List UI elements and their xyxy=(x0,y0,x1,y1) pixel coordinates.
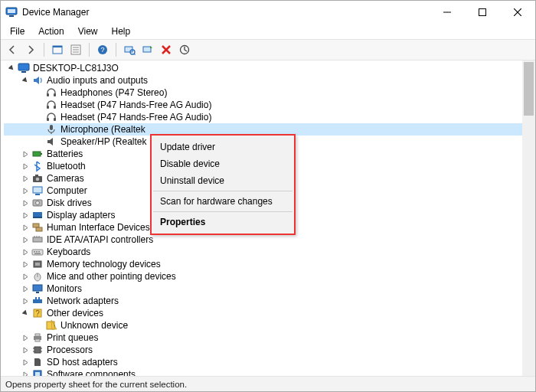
expander-closed-icon[interactable] xyxy=(21,162,30,171)
tree-root[interactable]: DESKTOP-LC81J3O xyxy=(4,62,522,74)
svg-rect-42 xyxy=(33,217,42,218)
expander-closed-icon[interactable] xyxy=(21,247,30,256)
other-devices-icon: ? xyxy=(31,307,44,319)
scan-button[interactable] xyxy=(121,41,138,58)
svg-text:!: ! xyxy=(54,323,55,330)
svg-text:?: ? xyxy=(100,46,104,54)
expander-closed-icon[interactable] xyxy=(21,186,30,195)
uninstall-toolbar-button[interactable] xyxy=(158,41,175,58)
category-sdhost[interactable]: SD host adapters xyxy=(4,356,522,368)
display-adapter-icon xyxy=(31,209,44,221)
headphones-icon xyxy=(45,111,57,123)
device-unknown[interactable]: ! Unknown device xyxy=(4,319,522,332)
device-headset-1[interactable]: Headset (P47 Hands-Free AG Audio) xyxy=(4,99,522,111)
category-label: Disk drives xyxy=(47,197,92,209)
show-hidden-button[interactable] xyxy=(49,41,66,58)
content-area: DESKTOP-LC81J3O Audio inputs and outputs… xyxy=(1,60,535,376)
svg-rect-33 xyxy=(41,153,42,155)
forward-button[interactable] xyxy=(22,41,39,58)
device-headset-2[interactable]: Headset (P47 Hands-Free AG Audio) xyxy=(4,111,522,123)
expander-open-icon[interactable] xyxy=(21,309,30,318)
vertical-scrollbar[interactable] xyxy=(522,60,535,376)
menu-file[interactable]: File xyxy=(4,24,31,38)
svg-rect-27 xyxy=(54,106,56,109)
ctx-properties[interactable]: Properties xyxy=(152,214,293,230)
expander-closed-icon[interactable] xyxy=(21,149,30,158)
expander-closed-icon[interactable] xyxy=(21,223,30,232)
expander-closed-icon[interactable] xyxy=(21,260,30,269)
maximize-button[interactable] xyxy=(465,1,500,24)
expander-closed-icon[interactable] xyxy=(21,345,30,354)
category-memory[interactable]: Memory technology devices xyxy=(4,258,522,270)
device-label: Headphones (P47 Stereo) xyxy=(60,87,167,99)
svg-rect-30 xyxy=(50,125,53,130)
svg-rect-50 xyxy=(34,251,35,253)
expander-closed-icon[interactable] xyxy=(21,174,30,183)
svg-rect-38 xyxy=(35,194,40,195)
headphones-icon xyxy=(45,99,57,111)
hid-icon xyxy=(31,221,44,234)
context-menu: Update driver Disable device Uninstall d… xyxy=(150,134,296,235)
category-software[interactable]: Software components xyxy=(4,368,522,376)
disable-toolbar-button[interactable] xyxy=(176,41,193,58)
status-text: Opens property sheet for the current sel… xyxy=(5,380,187,389)
expander-closed-icon[interactable] xyxy=(21,284,30,293)
svg-rect-68 xyxy=(35,334,40,336)
expander-closed-icon[interactable] xyxy=(21,211,30,220)
category-monitors[interactable]: Monitors xyxy=(4,283,522,295)
svg-rect-60 xyxy=(33,299,42,303)
svg-rect-29 xyxy=(54,118,56,121)
expander-closed-icon[interactable] xyxy=(21,296,30,305)
properties-toolbar-button[interactable] xyxy=(67,41,84,58)
menu-view[interactable]: View xyxy=(72,24,104,38)
device-headphones[interactable]: Headphones (P47 Stereo) xyxy=(4,87,522,99)
ctx-disable-device[interactable]: Disable device xyxy=(152,155,293,172)
category-processors[interactable]: Processors xyxy=(4,344,522,356)
expander-closed-icon[interactable] xyxy=(21,358,30,367)
camera-icon xyxy=(31,172,44,185)
expander-closed-icon[interactable] xyxy=(21,370,30,376)
category-label: Display adapters xyxy=(47,209,115,221)
expander-closed-icon[interactable] xyxy=(21,235,30,244)
menu-help[interactable]: Help xyxy=(106,24,137,38)
monitor-icon xyxy=(31,283,44,295)
expander-closed-icon[interactable] xyxy=(21,198,30,207)
category-label: Processors xyxy=(47,344,93,356)
category-label: Human Interface Devices xyxy=(47,221,150,234)
category-audio[interactable]: Audio inputs and outputs xyxy=(4,74,522,87)
svg-rect-45 xyxy=(33,237,42,242)
category-mice[interactable]: Mice and other pointing devices xyxy=(4,270,522,283)
help-button[interactable]: ? xyxy=(94,41,111,58)
ctx-uninstall-device[interactable]: Uninstall device xyxy=(152,172,293,189)
category-printqueues[interactable]: Print queues xyxy=(4,332,522,344)
back-button[interactable] xyxy=(4,41,21,58)
device-label: Headset (P47 Hands-Free AG Audio) xyxy=(60,111,211,123)
category-keyboards[interactable]: Keyboards xyxy=(4,246,522,258)
category-other[interactable]: ? Other devices xyxy=(4,307,522,319)
menu-action[interactable]: Action xyxy=(32,24,70,38)
category-ide[interactable]: IDE ATA/ATAPI controllers xyxy=(4,234,522,246)
svg-rect-24 xyxy=(47,93,49,96)
svg-rect-37 xyxy=(33,187,42,193)
minimize-button[interactable] xyxy=(430,1,465,24)
category-label: Bluetooth xyxy=(47,160,86,172)
svg-rect-52 xyxy=(38,251,40,253)
category-label: Computer xyxy=(47,185,87,197)
mouse-icon xyxy=(31,270,44,283)
svg-rect-18 xyxy=(143,47,151,52)
expander-closed-icon[interactable] xyxy=(21,272,30,281)
svg-rect-41 xyxy=(33,212,42,217)
category-network[interactable]: Network adapters xyxy=(4,295,522,307)
close-button[interactable] xyxy=(500,1,535,24)
svg-rect-76 xyxy=(35,372,40,376)
svg-rect-28 xyxy=(47,118,49,121)
expander-open-icon[interactable] xyxy=(7,64,16,73)
update-driver-toolbar-button[interactable] xyxy=(139,41,156,58)
expander-open-icon[interactable] xyxy=(21,76,30,85)
device-tree[interactable]: DESKTOP-LC81J3O Audio inputs and outputs… xyxy=(1,60,522,376)
ctx-scan-hardware[interactable]: Scan for hardware changes xyxy=(152,193,293,210)
expander-closed-icon[interactable] xyxy=(21,333,30,342)
ctx-update-driver[interactable]: Update driver xyxy=(152,139,293,155)
svg-rect-2 xyxy=(8,9,15,13)
scrollbar-thumb[interactable] xyxy=(524,62,534,116)
